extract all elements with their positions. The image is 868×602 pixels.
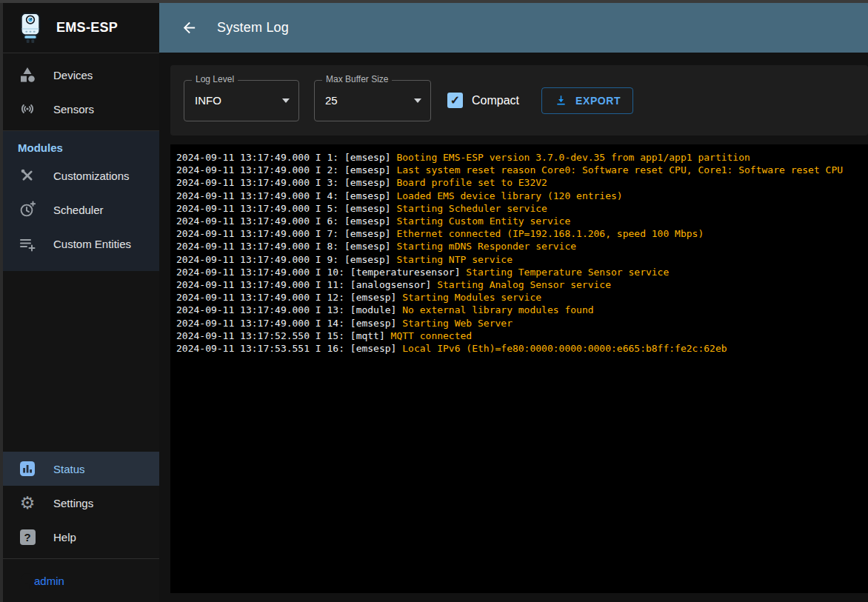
schedule-plus-icon <box>18 200 37 219</box>
compact-toggle[interactable]: ✓ Compact <box>447 93 519 108</box>
chevron-down-icon <box>414 98 421 103</box>
window-frame-left <box>0 0 3 602</box>
chevron-down-icon <box>282 98 290 103</box>
sidebar-item-label: Customizations <box>53 170 130 182</box>
window-frame-top <box>0 0 868 3</box>
log-line: 2024-09-11 13:17:49.000 I 5: [emsesp] St… <box>176 202 862 215</box>
category-icon <box>18 65 37 84</box>
sidebar-item-customizations[interactable]: Customizations <box>3 158 159 193</box>
sidebar-item-help[interactable]: ? Help <box>3 520 159 554</box>
log-line: 2024-09-11 13:17:49.000 I 7: [emsesp] Et… <box>176 227 862 240</box>
sidebar-header: EMS-ESP <box>3 3 159 53</box>
sidebar-user-section: admin <box>3 558 159 602</box>
download-icon <box>554 93 568 107</box>
log-line: 2024-09-11 13:17:49.000 I 11: [analogsen… <box>176 278 862 291</box>
log-line: 2024-09-11 13:17:49.000 I 8: [emsesp] St… <box>176 240 862 252</box>
back-button[interactable] <box>174 13 204 43</box>
log-line: 2024-09-11 13:17:53.551 I 16: [emsesp] L… <box>176 342 862 355</box>
checkbox-checked-icon[interactable]: ✓ <box>447 93 463 108</box>
export-button[interactable]: EXPORT <box>541 87 633 114</box>
max-buffer-size-select[interactable]: Max Buffer Size 25 <box>314 80 431 121</box>
sidebar-item-sensors[interactable]: Sensors <box>3 92 159 126</box>
log-line: 2024-09-11 13:17:49.000 I 14: [emsesp] S… <box>176 317 862 330</box>
user-menu-admin[interactable]: admin <box>3 559 159 602</box>
playlist-add-icon <box>18 234 37 253</box>
bar-chart-icon <box>18 459 37 478</box>
emsesp-boiler-logo-icon <box>16 11 44 45</box>
sidebar-spacer <box>3 271 159 452</box>
sidebar-item-devices[interactable]: Devices <box>3 58 159 92</box>
modules-section-header: Modules <box>3 131 159 158</box>
max-buffer-size-label: Max Buffer Size <box>322 74 392 84</box>
log-line: 2024-09-11 13:17:49.000 I 4: [emsesp] Lo… <box>176 190 862 202</box>
system-log-output[interactable]: 2024-09-11 13:17:49.000 I 1: [emsesp] Bo… <box>170 144 868 593</box>
log-level-select[interactable]: Log Level INFO <box>184 80 299 121</box>
sidebar-item-label: Settings <box>53 497 93 509</box>
log-level-value: INFO <box>195 94 221 107</box>
sidebar-item-status[interactable]: Status <box>3 452 159 486</box>
appbar: System Log <box>159 3 868 53</box>
sensors-icon <box>18 99 37 118</box>
sidebar: EMS-ESP Devices Sensors <box>3 3 159 602</box>
max-buffer-size-value: 25 <box>325 94 338 107</box>
log-line: 2024-09-11 13:17:52.550 I 15: [mqtt] MQT… <box>176 330 862 342</box>
arrow-back-icon <box>181 19 198 36</box>
log-line: 2024-09-11 13:17:49.000 I 1: [emsesp] Bo… <box>176 151 862 164</box>
sidebar-section-main: Devices Sensors <box>3 53 159 131</box>
sidebar-item-label: Devices <box>53 69 93 81</box>
app-title: EMS-ESP <box>56 20 118 36</box>
sidebar-section-bottom: Status ⚙ Settings ? Help <box>3 452 159 554</box>
user-name: admin <box>34 575 64 587</box>
sidebar-section-modules: Modules Customizations Scheduler <box>3 131 159 271</box>
sidebar-item-custom-entities[interactable]: Custom Entities <box>3 227 159 261</box>
sidebar-item-label: Status <box>53 463 85 475</box>
sidebar-item-settings[interactable]: ⚙ Settings <box>3 486 159 520</box>
log-line: 2024-09-11 13:17:49.000 I 6: [emsesp] St… <box>176 215 862 227</box>
page-title: System Log <box>217 20 289 36</box>
compact-label: Compact <box>472 94 519 107</box>
log-line: 2024-09-11 13:17:49.000 I 2: [emsesp] La… <box>176 164 862 176</box>
log-line: 2024-09-11 13:17:49.000 I 10: [temperatu… <box>176 266 862 278</box>
sidebar-item-label: Help <box>53 531 76 544</box>
sidebar-item-scheduler[interactable]: Scheduler <box>3 193 159 227</box>
log-controls-panel: Log Level INFO Max Buffer Size 25 ✓ Comp… <box>170 65 868 136</box>
sidebar-item-label: Sensors <box>53 103 94 116</box>
log-line: 2024-09-11 13:17:49.000 I 3: [emsesp] Bo… <box>176 176 862 189</box>
log-line: 2024-09-11 13:17:49.000 I 12: [emsesp] S… <box>176 291 862 304</box>
log-level-label: Log Level <box>192 74 238 84</box>
export-label: EXPORT <box>575 95 621 107</box>
log-line: 2024-09-11 13:17:49.000 I 9: [emsesp] St… <box>176 253 862 266</box>
sidebar-item-label: Scheduler <box>53 204 104 216</box>
gear-icon: ⚙ <box>18 493 37 512</box>
sidebar-item-label: Custom Entities <box>53 238 131 250</box>
help-icon: ? <box>18 527 37 546</box>
log-line: 2024-09-11 13:17:49.000 I 13: [module] N… <box>176 304 862 316</box>
construction-icon <box>18 166 37 185</box>
